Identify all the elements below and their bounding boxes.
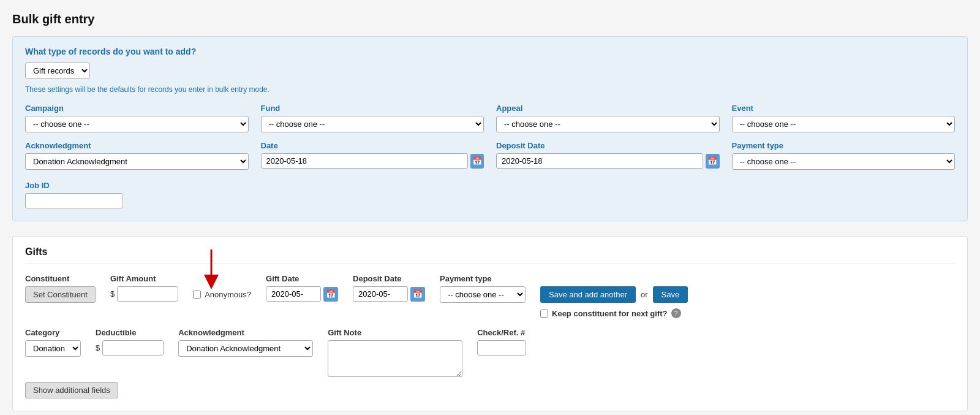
event-select[interactable]: -- choose one -- <box>732 116 956 132</box>
gift-note-textarea[interactable] <box>328 340 462 377</box>
settings-deposit-date-label: Deposit Date <box>496 141 720 150</box>
event-field: Event -- choose one -- <box>732 104 956 132</box>
gift-note-label: Gift Note <box>328 328 462 337</box>
settings-question: What type of records do you want to add? <box>25 47 955 56</box>
job-id-label: Job ID <box>25 181 249 190</box>
settings-payment-type-select[interactable]: -- choose one -- <box>732 153 956 170</box>
fund-select[interactable]: -- choose one -- <box>261 116 484 132</box>
deductible-amount-wrapper: $ <box>96 340 164 356</box>
help-icon[interactable]: ? <box>671 308 681 318</box>
keep-constituent-label: Keep constituent for next gift? <box>552 309 668 318</box>
anonymous-check-label: Anonymous? <box>205 290 251 299</box>
gift-amount-symbol: $ <box>110 289 115 299</box>
gifts-row-2: Category Donation Deductible $ Acknowled… <box>25 328 955 377</box>
show-additional-fields-button[interactable]: Show additional fields <box>25 382 118 398</box>
appeal-label: Appeal <box>496 104 720 113</box>
gifts-title: Gifts <box>25 246 955 264</box>
check-ref-label: Check/Ref. # <box>477 328 526 337</box>
gift-amount-label: Gift Amount <box>110 274 178 283</box>
keep-constituent-wrapper: Keep constituent for next gift? ? <box>540 308 688 318</box>
gift-payment-type-field: Payment type -- choose one -- <box>440 274 526 303</box>
gift-date-input[interactable] <box>266 286 321 302</box>
gift-deposit-date-label: Deposit Date <box>353 274 425 283</box>
gift-date-calendar-icon[interactable]: 📅 <box>323 287 338 302</box>
anonymous-field: _ Anonymous? <box>193 274 251 299</box>
settings-panel: What type of records do you want to add?… <box>12 36 968 221</box>
page-title: Bulk gift entry <box>12 12 968 26</box>
anonymous-wrapper: Anonymous? <box>193 286 251 299</box>
settings-acknowledgment-select[interactable]: Donation Acknowledgment <box>25 153 249 170</box>
settings-acknowledgment-label: Acknowledgment <box>25 141 249 150</box>
anonymous-checkbox[interactable] <box>193 291 201 299</box>
gift-date-wrapper: 📅 <box>266 286 338 302</box>
job-id-field: Job ID <box>25 181 249 208</box>
settings-calendar-icon[interactable]: 📅 <box>470 154 484 169</box>
gift-acknowledgment-label: Acknowledgment <box>178 328 313 337</box>
gifts-form: Constituent Set Constituent Gift Amount … <box>25 274 955 377</box>
constituent-field: Constituent Set Constituent <box>25 274 96 303</box>
deductible-field: Deductible $ <box>96 328 164 356</box>
settings-deposit-calendar-icon[interactable]: 📅 <box>706 154 719 169</box>
anonymous-check-wrapper: Anonymous? <box>193 290 251 299</box>
settings-date-input[interactable] <box>261 153 468 169</box>
settings-acknowledgment-field: Acknowledgment Donation Acknowledgment <box>25 141 249 170</box>
save-add-another-button[interactable]: Save and add another <box>540 286 636 303</box>
gift-date-label: Gift Date <box>266 274 338 283</box>
settings-deposit-date-wrapper: 📅 <box>496 153 720 169</box>
settings-form-grid: Campaign -- choose one -- Fund -- choose… <box>25 104 955 208</box>
or-text: or <box>641 290 648 299</box>
gift-payment-type-select[interactable]: -- choose one -- <box>440 286 526 303</box>
set-constituent-button[interactable]: Set Constituent <box>25 286 96 303</box>
campaign-label: Campaign <box>25 104 249 113</box>
record-type-row: Gift records <box>25 63 955 79</box>
category-select[interactable]: Donation <box>25 340 81 357</box>
category-field: Category Donation <box>25 328 81 357</box>
campaign-select[interactable]: -- choose one -- <box>25 116 249 132</box>
fund-field: Fund -- choose one -- <box>261 104 484 132</box>
gift-amount-wrapper: $ <box>110 286 178 302</box>
settings-date-wrapper: 📅 <box>261 153 484 169</box>
gift-amount-field: Gift Amount $ <box>110 274 178 302</box>
deductible-label: Deductible <box>96 328 164 337</box>
settings-date-field: Date 📅 <box>261 141 484 170</box>
fund-label: Fund <box>261 104 484 113</box>
deductible-input[interactable] <box>102 340 164 356</box>
save-actions-wrapper: Save and add another or Save <box>540 286 688 303</box>
gift-deposit-date-input[interactable] <box>353 286 408 302</box>
deductible-symbol: $ <box>96 343 100 352</box>
settings-payment-type-field: Payment type -- choose one -- <box>732 141 956 170</box>
gift-deposit-date-field: Deposit Date 📅 <box>353 274 425 302</box>
gifts-row-1: Constituent Set Constituent Gift Amount … <box>25 274 955 318</box>
gift-note-field: Gift Note <box>328 328 462 377</box>
keep-constituent-checkbox[interactable] <box>540 310 548 318</box>
check-ref-field: Check/Ref. # <box>477 328 526 356</box>
job-id-input[interactable] <box>25 193 123 208</box>
save-actions-placeholder-label: _ <box>540 274 688 283</box>
settings-date-label: Date <box>261 141 484 150</box>
save-actions-field: _ Save and add another or Save Keep cons… <box>540 274 688 318</box>
gift-deposit-calendar-icon[interactable]: 📅 <box>410 287 425 302</box>
settings-payment-type-label: Payment type <box>732 141 956 150</box>
gift-amount-input[interactable] <box>117 286 178 302</box>
settings-deposit-date-field: Deposit Date 📅 <box>496 141 720 170</box>
category-label: Category <box>25 328 81 337</box>
campaign-field: Campaign -- choose one -- <box>25 104 249 132</box>
constituent-label: Constituent <box>25 274 96 283</box>
gift-payment-type-label: Payment type <box>440 274 526 283</box>
gift-deposit-date-wrapper: 📅 <box>353 286 425 302</box>
save-button[interactable]: Save <box>653 286 688 303</box>
gift-acknowledgment-select[interactable]: Donation Acknowledgment <box>178 340 313 357</box>
gift-date-field: Gift Date 📅 <box>266 274 338 302</box>
settings-hint: These settings will be the defaults for … <box>25 85 955 94</box>
gift-acknowledgment-field: Acknowledgment Donation Acknowledgment <box>178 328 313 357</box>
appeal-field: Appeal -- choose one -- <box>496 104 720 132</box>
settings-deposit-date-input[interactable] <box>496 153 703 169</box>
check-ref-input[interactable] <box>477 340 526 356</box>
event-label: Event <box>732 104 956 113</box>
red-arrow-indicator <box>199 246 230 289</box>
record-type-select[interactable]: Gift records <box>25 63 90 79</box>
gifts-section: Gifts Constituent Set Constituent Gift A… <box>12 236 968 411</box>
appeal-select[interactable]: -- choose one -- <box>496 116 720 132</box>
